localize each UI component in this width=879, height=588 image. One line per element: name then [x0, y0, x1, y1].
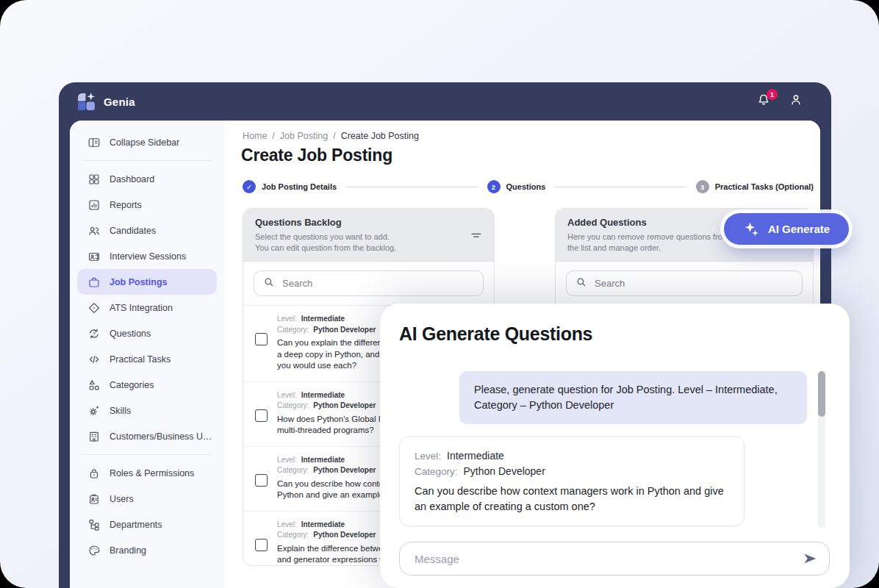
response-level-value: Intermediate	[447, 450, 504, 462]
question-checkbox[interactable]	[255, 474, 268, 487]
question-checkbox[interactable]	[255, 539, 268, 551]
topbar: Genia 1	[59, 82, 831, 121]
question-checkbox[interactable]	[255, 409, 268, 422]
sparkles-icon	[743, 220, 761, 238]
response-category-value: Python Developer	[464, 465, 545, 477]
response-question-text: Can you describe how context managers wo…	[415, 484, 729, 514]
sidebar-item-reports[interactable]: Reports	[77, 192, 217, 218]
step-connector	[345, 187, 478, 187]
departments-icon	[87, 518, 101, 531]
sidebar-item-interview-sessions[interactable]: Interview Sessions	[77, 243, 217, 269]
sidebar-item-label: Dashboard	[110, 174, 154, 184]
sidebar: Collapse Sidebar DashboardReportsCandida…	[70, 121, 224, 588]
sidebar-item-questions[interactable]: ?Questions	[77, 320, 217, 346]
question-checkbox[interactable]	[255, 333, 268, 345]
breadcrumb-current: Create Job Posting	[341, 131, 419, 141]
response-level-label: Level:	[415, 451, 441, 462]
backlog-panel-subtitle: Select the questions you want to add. Yo…	[255, 232, 482, 254]
sidebar-item-skills[interactable]: Skills	[77, 398, 217, 423]
practical-tasks-icon	[87, 353, 101, 366]
sidebar-nav: DashboardReportsCandidatesInterview Sess…	[70, 166, 224, 563]
sidebar-item-label: Questions	[110, 329, 151, 339]
sidebar-item-label: Branding	[110, 545, 146, 556]
modal-scrollbar-track	[818, 371, 825, 528]
breadcrumb-separator: /	[333, 131, 335, 141]
sidebar-item-branding[interactable]: Branding	[77, 537, 217, 563]
sidebar-item-label: Candidates	[110, 226, 156, 236]
breadcrumb-separator: /	[272, 131, 274, 141]
dashboard-icon	[87, 173, 101, 186]
backlog-panel-title: Questions Backlog	[255, 217, 482, 228]
collapse-sidebar-button[interactable]: Collapse Sidebar	[77, 129, 217, 155]
ai-generate-modal: AI Generate Questions Please, generate q…	[380, 304, 850, 588]
sidebar-item-dashboard[interactable]: Dashboard	[77, 166, 217, 192]
svg-text:?: ?	[93, 331, 96, 336]
sidebar-divider	[82, 454, 212, 455]
reports-icon	[87, 198, 101, 212]
sidebar-item-job-postings[interactable]: Job Postings	[77, 269, 217, 295]
backlog-search-input[interactable]	[281, 277, 474, 290]
sidebar-item-practical-tasks[interactable]: Practical Tasks	[77, 346, 217, 372]
sidebar-item-label: ATS Integration	[110, 303, 173, 313]
notifications-button[interactable]: 1	[755, 93, 772, 110]
breadcrumb-home[interactable]: Home	[243, 131, 267, 141]
message-input[interactable]	[413, 552, 801, 566]
sidebar-item-categories[interactable]: Categories	[77, 372, 217, 398]
step-connector	[554, 187, 686, 187]
user-icon	[789, 93, 803, 110]
skills-icon	[87, 404, 101, 417]
sidebar-item-departments[interactable]: Departments	[77, 512, 217, 537]
collapse-sidebar-icon	[87, 136, 101, 149]
sidebar-item-label: Customers/Business U…	[110, 431, 212, 442]
sidebar-item-label: Job Postings	[110, 277, 167, 287]
sidebar-item-label: Skills	[110, 406, 131, 416]
page-title: Create Job Posting	[241, 146, 392, 165]
ai-generate-button[interactable]: AI Generate	[724, 213, 849, 245]
modal-title: AI Generate Questions	[399, 323, 592, 345]
questions-icon: ?	[87, 327, 101, 340]
brand-name: Genia	[104, 96, 135, 108]
user-message-bubble: Please, generate question for Job Postin…	[459, 371, 807, 424]
sidebar-item-roles-permissions[interactable]: Roles & Permissions	[77, 460, 217, 486]
sidebar-item-label: Categories	[110, 380, 154, 390]
generated-question-card: Level:Intermediate Category:Python Devel…	[399, 436, 745, 526]
step-1-label: Job Posting Details	[262, 182, 337, 191]
step-practical-tasks: 3 Practical Tasks (Optional)	[696, 180, 814, 193]
sidebar-item-customers-business-u[interactable]: Customers/Business U…	[77, 423, 217, 449]
profile-button[interactable]	[787, 93, 805, 110]
breadcrumb-job-posting[interactable]: Job Posting	[280, 131, 328, 141]
search-icon	[263, 276, 274, 290]
step-2-label: Questions	[506, 182, 546, 191]
step-3-label: Practical Tasks (Optional)	[715, 182, 814, 191]
send-icon[interactable]	[801, 550, 819, 567]
sidebar-item-label: Reports	[110, 200, 142, 210]
stepper: ✓ Job Posting Details 2 Questions 3 Prac…	[243, 180, 814, 193]
added-search-input[interactable]	[593, 277, 793, 290]
step-questions: 2 Questions	[487, 180, 546, 193]
ats-integration-icon	[87, 301, 101, 315]
notification-badge: 1	[767, 89, 778, 100]
candidates-icon	[87, 224, 101, 237]
response-category-label: Category:	[415, 466, 458, 477]
breadcrumb: Home / Job Posting / Create Job Posting	[243, 131, 419, 141]
sidebar-item-users[interactable]: Users	[77, 486, 217, 512]
filter-icon[interactable]	[469, 228, 484, 243]
sidebar-item-label: Practical Tasks	[110, 354, 171, 365]
modal-scrollbar-thumb[interactable]	[818, 371, 825, 417]
page: Genia 1	[0, 0, 879, 588]
sidebar-item-label: Roles & Permissions	[110, 468, 194, 478]
roles-permissions-icon	[87, 467, 101, 480]
step-1-check-icon: ✓	[243, 180, 256, 193]
ai-generate-label: AI Generate	[768, 223, 830, 235]
collapse-sidebar-label: Collapse Sidebar	[110, 137, 179, 148]
genia-logo-icon	[76, 92, 96, 112]
step-2-number: 2	[487, 180, 501, 193]
sidebar-item-ats-integration[interactable]: ATS Integration	[77, 295, 217, 320]
customers-icon	[87, 430, 101, 443]
sidebar-item-candidates[interactable]: Candidates	[77, 218, 217, 243]
sidebar-item-label: Interview Sessions	[110, 251, 186, 262]
message-input-box	[399, 542, 830, 576]
backlog-panel-header: Questions Backlog Select the questions y…	[243, 209, 494, 262]
sidebar-divider	[82, 160, 212, 161]
job-postings-icon	[87, 276, 101, 289]
